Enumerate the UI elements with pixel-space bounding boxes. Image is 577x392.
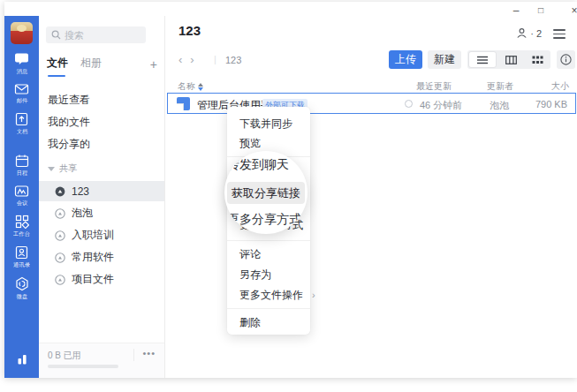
- folder-item-project-files[interactable]: 项目文件: [39, 269, 164, 290]
- chevron-down-icon: [48, 167, 55, 171]
- contacts-icon: [15, 245, 28, 260]
- list-view-button[interactable]: [468, 51, 497, 68]
- grid-icon: [15, 215, 29, 229]
- document-icon: [15, 112, 28, 126]
- nav-arrows[interactable]: ‹›: [178, 53, 202, 66]
- folder-item-paopao[interactable]: 泡泡: [39, 203, 164, 223]
- divider: [133, 349, 134, 361]
- storage-progress-bar: [48, 365, 118, 368]
- menu-icon[interactable]: [553, 29, 566, 39]
- info-button[interactable]: [557, 50, 575, 69]
- rail-item-stats[interactable]: [4, 352, 39, 366]
- mail-icon: [14, 83, 29, 95]
- shared-folder-icon: [55, 253, 65, 263]
- magnifier-spotlight: 转发到聊天 获取分享链接 更多分享方式: [224, 151, 307, 234]
- storage-panel: 0 B 已用 •••: [39, 343, 164, 378]
- menu-item-preview[interactable]: 预览: [227, 133, 310, 153]
- person-icon: [516, 27, 528, 39]
- sidebar: 文件 相册 + 最近查看 我的文件 我分享的 共享 123 泡泡 入职培训: [39, 16, 165, 378]
- menu-divider: [227, 240, 310, 241]
- info-icon: [560, 54, 572, 65]
- sort-icon: [198, 83, 203, 91]
- rail-item-calendar[interactable]: 日程: [4, 154, 39, 177]
- column-header-size[interactable]: 大小: [551, 80, 569, 93]
- column-view-button[interactable]: [497, 50, 524, 69]
- chat-icon: [14, 52, 29, 66]
- storage-more-button[interactable]: •••: [142, 348, 156, 358]
- rail-item-drive[interactable]: 微盘: [4, 276, 39, 300]
- column-header-updated[interactable]: 最近更新: [416, 80, 452, 93]
- breadcrumb[interactable]: 123: [225, 55, 241, 65]
- column-header-updater[interactable]: 更新者: [487, 80, 513, 93]
- file-size: 790 KB: [535, 99, 567, 109]
- new-button[interactable]: 新建: [428, 50, 461, 69]
- tab-files[interactable]: 文件: [47, 56, 68, 74]
- app-window: – □ × 消息 邮件 文档: [4, 2, 577, 378]
- view-toggle-group: [467, 50, 550, 69]
- rail-item-meeting[interactable]: 会议: [4, 185, 39, 207]
- list-view-icon: [477, 56, 488, 64]
- meeting-icon: [14, 185, 29, 198]
- file-updater: 泡泡: [490, 99, 509, 112]
- table-header: 名称 最近更新 更新者 大小: [165, 79, 577, 94]
- maximize-button[interactable]: □: [535, 4, 547, 17]
- folder-item-onboarding[interactable]: 入职培训: [39, 225, 164, 245]
- storage-used-label: 0 B 已用: [48, 350, 81, 362]
- submenu-arrow-icon: ›: [312, 290, 315, 300]
- sync-status-icon: [405, 100, 413, 108]
- forward-icon: ›: [190, 53, 201, 66]
- tab-albums[interactable]: 相册: [80, 56, 102, 74]
- upload-button[interactable]: 上传: [389, 50, 422, 69]
- shared-folder-icon: [55, 275, 65, 285]
- avatar[interactable]: [11, 22, 33, 44]
- rail-item-contacts[interactable]: 通讯录: [4, 245, 39, 268]
- grid-view-button[interactable]: [524, 50, 550, 69]
- menu-item-more-file-ops[interactable]: 更多文件操作 ›: [227, 285, 310, 305]
- file-updated: 46 分钟前: [420, 99, 462, 112]
- calendar-icon: [15, 154, 29, 168]
- bar-chart-icon: [15, 352, 29, 366]
- rail-item-workbench[interactable]: 工作台: [4, 215, 39, 237]
- screen: – □ × 消息 邮件 文档: [0, 0, 577, 392]
- shared-folder-icon: [55, 208, 65, 219]
- folder-item-common-software[interactable]: 常用软件: [39, 247, 164, 268]
- column-header-name[interactable]: 名称: [178, 80, 203, 93]
- menu-item-comment[interactable]: 评论: [227, 245, 310, 264]
- drive-icon: [15, 276, 29, 291]
- menu-item-download-sync[interactable]: 下载并同步: [227, 114, 310, 133]
- menu-item-save-as[interactable]: 另存为: [227, 265, 310, 284]
- folder-item-123[interactable]: 123: [39, 181, 164, 201]
- page-title: 123: [178, 23, 201, 38]
- members-button[interactable]: · 2: [516, 27, 542, 39]
- sidebar-tabs: 文件 相册 +: [47, 55, 157, 74]
- pdf-file-icon: [177, 97, 190, 110]
- menu-divider: [227, 308, 310, 309]
- search-icon: [51, 27, 61, 43]
- toolbar: ‹› | 123 上传 新建: [165, 49, 577, 72]
- sidebar-item-recent[interactable]: 最近查看: [39, 90, 164, 110]
- search-input[interactable]: [65, 30, 135, 41]
- grid-view-icon: [532, 56, 543, 64]
- sidebar-item-my-shares[interactable]: 我分享的: [39, 134, 164, 155]
- add-button[interactable]: +: [150, 58, 157, 71]
- shared-folder-icon: [55, 230, 65, 241]
- magnified-get-share-link[interactable]: 获取分享链接: [227, 182, 305, 204]
- column-view-icon: [505, 56, 517, 64]
- sidebar-item-my-files[interactable]: 我的文件: [39, 112, 164, 132]
- app-rail: 消息 邮件 文档 日程: [4, 16, 39, 378]
- rail-item-mail[interactable]: 邮件: [4, 83, 39, 104]
- divider: |: [214, 54, 216, 64]
- rail-item-docs[interactable]: 文档: [4, 112, 39, 135]
- menu-item-delete[interactable]: 删除: [227, 313, 310, 332]
- minimize-button[interactable]: –: [510, 4, 522, 17]
- back-icon: ‹: [178, 53, 190, 66]
- search-box[interactable]: [46, 26, 146, 43]
- members-count: · 2: [530, 28, 542, 39]
- rail-item-messages[interactable]: 消息: [4, 52, 39, 75]
- section-shared[interactable]: 共享: [48, 161, 173, 177]
- close-button[interactable]: ×: [568, 4, 577, 17]
- shared-folder-icon: [55, 186, 65, 197]
